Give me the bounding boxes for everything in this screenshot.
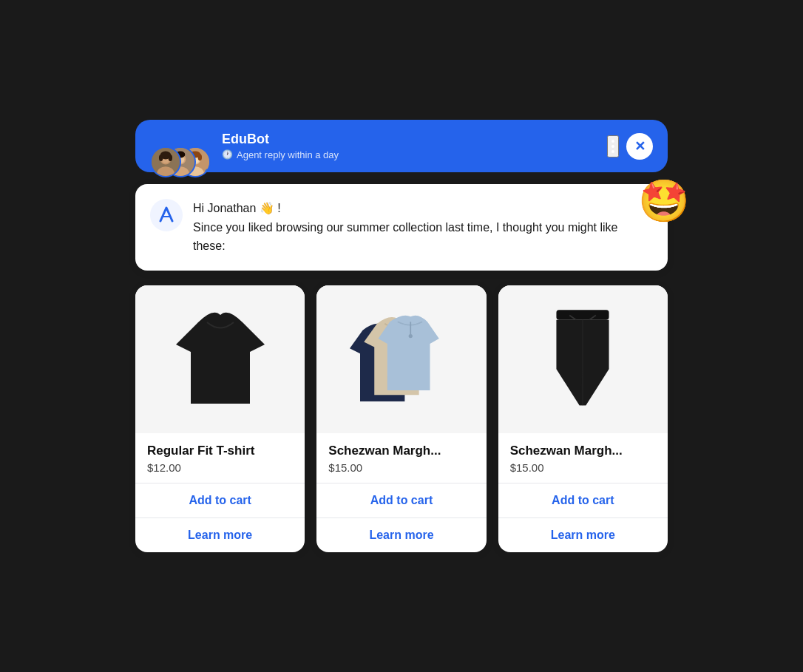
svg-point-5 <box>159 155 163 161</box>
add-to-cart-button-1[interactable]: Add to cart <box>135 483 305 517</box>
product-info-2: Schezwan Margh... $15.00 <box>316 433 486 474</box>
product-name-1: Regular Fit T-shirt <box>147 444 293 458</box>
bot-icon <box>150 199 183 231</box>
product-card-1: Regular Fit T-shirt $12.00 Add to cart L… <box>135 285 305 552</box>
header-actions: ✕ <box>607 133 653 160</box>
chat-header: EduBot 🕐 Agent reply within a day ✕ <box>135 120 668 172</box>
product-image-1 <box>135 285 305 433</box>
product-price-2: $15.00 <box>328 461 474 474</box>
card-actions-3: Add to cart Learn more <box>498 483 668 552</box>
add-to-cart-button-3[interactable]: Add to cart <box>498 483 668 517</box>
star-eyes-emoji: 🤩 <box>638 177 690 225</box>
products-grid: Regular Fit T-shirt $12.00 Add to cart L… <box>135 285 668 552</box>
product-image-3 <box>498 285 668 433</box>
product-name-3: Schezwan Margh... <box>510 444 656 458</box>
polo-image <box>350 300 453 418</box>
message-line2: Since you liked browsing our summer coll… <box>193 221 617 253</box>
learn-more-button-2[interactable]: Learn more <box>316 518 486 552</box>
product-name-2: Schezwan Margh... <box>328 444 474 458</box>
chat-info: EduBot 🕐 Agent reply within a day <box>222 132 598 160</box>
message-text: Hi Jonathan 👋 ! Since you liked browsing… <box>193 199 653 256</box>
product-price-3: $15.00 <box>510 461 656 474</box>
svg-point-18 <box>198 154 202 160</box>
svg-point-23 <box>409 334 413 338</box>
product-card-3: Schezwan Margh... $15.00 Add to cart Lea… <box>498 285 668 552</box>
agent-reply-status: 🕐 Agent reply within a day <box>222 149 598 160</box>
add-to-cart-button-2[interactable]: Add to cart <box>316 483 486 517</box>
product-card-2: Schezwan Margh... $15.00 Add to cart Lea… <box>316 285 486 552</box>
card-actions-1: Add to cart Learn more <box>135 483 305 552</box>
online-indicator <box>205 169 211 176</box>
more-options-button[interactable] <box>607 135 619 157</box>
message-bubble: Hi Jonathan 👋 ! Since you liked browsing… <box>135 184 668 271</box>
card-actions-2: Add to cart Learn more <box>316 483 486 552</box>
svg-rect-24 <box>557 310 609 319</box>
product-image-2 <box>316 285 486 433</box>
product-price-1: $12.00 <box>147 461 293 474</box>
learn-more-button-3[interactable]: Learn more <box>498 518 668 552</box>
tshirt-image <box>169 300 272 418</box>
avatar-1 <box>150 146 181 177</box>
clock-icon: 🕐 <box>222 149 233 160</box>
close-chat-button[interactable]: ✕ <box>626 133 653 160</box>
svg-point-6 <box>169 155 172 161</box>
pants-image <box>531 300 634 418</box>
product-info-3: Schezwan Margh... $15.00 <box>498 433 668 474</box>
product-info-1: Regular Fit T-shirt $12.00 <box>135 433 305 474</box>
bot-name: EduBot <box>222 132 598 148</box>
learn-more-button-1[interactable]: Learn more <box>135 518 305 552</box>
app-container: EduBot 🕐 Agent reply within a day ✕ Hi J… <box>121 105 682 566</box>
message-line1: Hi Jonathan 👋 ! <box>193 202 281 214</box>
